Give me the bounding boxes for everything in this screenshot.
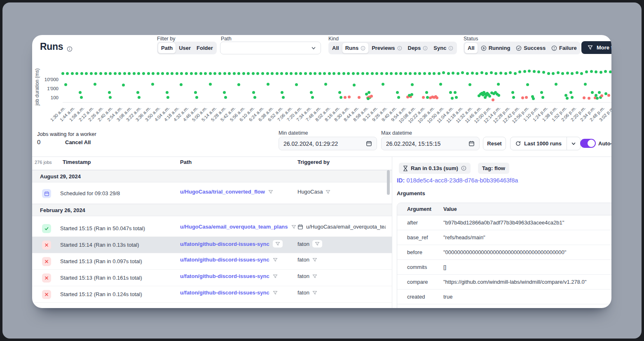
chart-point-success: [552, 72, 555, 75]
triggered-by-filter-button[interactable]: [312, 290, 317, 295]
chart-point-success: [591, 91, 594, 94]
duration-badge: Ran in 0.13s (sum): [399, 163, 471, 174]
chart-point-success: [514, 72, 517, 75]
triggered-by-filter-button[interactable]: [312, 240, 322, 248]
chart-point-failure: [588, 97, 590, 100]
chart-point-success: [490, 71, 493, 74]
chart-point-success: [438, 72, 440, 75]
chart-point-success: [533, 70, 536, 73]
chart-point-success: [497, 83, 500, 86]
job-row[interactable]: Started 15:13 (Ran in 0.097s total)u/fat…: [32, 253, 392, 270]
argument-row: createdtrue: [397, 290, 611, 304]
filter-funnel-icon[interactable]: [273, 257, 278, 262]
chart-point-success: [404, 72, 407, 75]
last-runs-dropdown-button[interactable]: [567, 137, 580, 150]
filter-funnel-icon[interactable]: [273, 274, 278, 279]
filter-funnel-icon[interactable]: [326, 189, 330, 194]
run-id: ID: 018de5c4-acc8-23d8-d76a-b0b396463f8a: [397, 177, 518, 184]
job-timestamp: Started 15:14 (Ran in 0.13s total): [60, 242, 139, 248]
job-path-link[interactable]: u/HugoCasa/trial_converted_flow: [180, 189, 265, 195]
chart-point-success: [518, 70, 521, 73]
job-row[interactable]: Started 15:13 (Ran in 0.161s total)u/fat…: [32, 270, 392, 286]
failure-icon: [42, 273, 51, 283]
chart-point-success: [512, 96, 515, 99]
path-filter-button[interactable]: [268, 189, 273, 194]
date-group-header: August 29, 2024: [32, 170, 392, 182]
chart-point-failure: [600, 94, 603, 97]
chart-point-success: [425, 91, 428, 94]
job-row[interactable]: Started 15:15 (Ran in 50.047s total)u/Hu…: [32, 220, 392, 237]
jobs-list-scrollbar[interactable]: [387, 170, 390, 195]
chart-point-success: [523, 70, 526, 73]
chart-point-success: [449, 91, 452, 94]
job-triggered-by: faton: [297, 273, 309, 279]
filter-funnel-icon[interactable]: [312, 257, 317, 262]
argument-value: "000000000000000000000000000000000000000…: [443, 249, 566, 255]
calendar-icon: [468, 140, 475, 147]
filter-funnel-icon[interactable]: [273, 290, 278, 295]
max-datetime-input[interactable]: 26.02.2024, 15:15:15: [381, 137, 480, 150]
success-icon: [42, 224, 51, 233]
chart-point-success: [526, 83, 529, 86]
argument-value: "refs/heads/main": [443, 234, 485, 241]
job-path-link[interactable]: u/faton/github-discord-issues-sync: [180, 257, 269, 263]
path-filter-button[interactable]: [273, 290, 278, 295]
filter-funnel-icon[interactable]: [315, 241, 320, 246]
triggered-by-filter-button[interactable]: [312, 257, 317, 262]
chart-point-success: [455, 96, 458, 99]
job-row[interactable]: Started 15:12 (Ran in 0.124s total)u/fat…: [32, 286, 392, 303]
last-runs-button[interactable]: Last 1000 runs: [511, 137, 567, 150]
job-triggered-by: faton: [297, 290, 309, 296]
job-timestamp: Started 15:13 (Ran in 0.097s total): [60, 258, 142, 264]
job-timestamp: Started 15:13 (Ran in 0.161s total): [60, 275, 142, 281]
chart-point-success: [566, 97, 569, 100]
job-row[interactable]: Scheduled for 09:03 29/8u/HugoCasa/trial…: [32, 183, 392, 204]
failure-icon: [42, 257, 51, 266]
chart-point-success: [471, 72, 474, 75]
filter-funnel-icon[interactable]: [291, 224, 296, 229]
failure-icon: [42, 290, 51, 299]
argument-row: base_ref"refs/heads/main": [397, 230, 611, 245]
chart-point-failure: [583, 96, 585, 99]
filter-funnel-icon[interactable]: [268, 189, 273, 194]
triggered-by-filter-button[interactable]: [326, 189, 330, 194]
job-row[interactable]: Started 15:14 (Ran in 0.13s total)u/fato…: [32, 237, 392, 253]
reset-button[interactable]: Reset: [483, 137, 506, 150]
chart-point-success: [497, 94, 500, 97]
job-timestamp: Started 15:15 (Ran in 50.047s total): [60, 225, 145, 231]
run-id-value[interactable]: 018de5c4-acc8-23d8-d76a-b0b396463f8a: [406, 177, 518, 184]
chart-point-success: [399, 72, 402, 75]
filter-funnel-icon[interactable]: [312, 274, 317, 279]
filter-funnel-icon[interactable]: [275, 241, 280, 246]
chart-point-success: [454, 91, 457, 94]
job-path-link[interactable]: u/faton/github-discord-issues-sync: [180, 273, 269, 279]
triggered-by-filter-button[interactable]: [312, 274, 317, 279]
job-triggered-by: faton: [297, 257, 309, 263]
chart-point-failure: [521, 96, 524, 99]
chart-point-failure: [525, 96, 528, 99]
chart-point-failure: [607, 94, 610, 97]
argument-name: compare: [407, 279, 428, 285]
path-filter-button[interactable]: [291, 224, 296, 229]
path-filter-button[interactable]: [273, 240, 283, 248]
chart-point-success: [451, 97, 454, 100]
chart-point-success: [457, 72, 459, 75]
filter-funnel-icon[interactable]: [312, 290, 317, 295]
info-icon[interactable]: [461, 166, 466, 171]
job-path-link[interactable]: u/HugoCasa/email_overquota_team_plans: [180, 224, 288, 230]
job-path-link[interactable]: u/faton/github-discord-issues-sync: [180, 241, 269, 247]
path-filter-button[interactable]: [273, 274, 278, 279]
chart-point-success: [537, 70, 540, 73]
runs-window: Runs Filter by Path User Folder Path Kin…: [32, 35, 611, 308]
chart-point-success: [488, 95, 491, 98]
path-filter-button[interactable]: [273, 257, 278, 262]
job-path-link[interactable]: u/faton/github-discord-issues-sync: [180, 290, 269, 296]
chart-point-failure: [422, 96, 425, 99]
panel-divider: [392, 156, 392, 308]
chart-point-success: [609, 70, 611, 73]
chart-point-success: [504, 72, 507, 75]
auto-refresh-toggle[interactable]: [580, 139, 596, 148]
argument-value: "https://github.com/windmill-labs/windmi…: [443, 279, 586, 285]
scheduled-icon: [42, 189, 51, 198]
argument-value: true: [443, 294, 452, 300]
